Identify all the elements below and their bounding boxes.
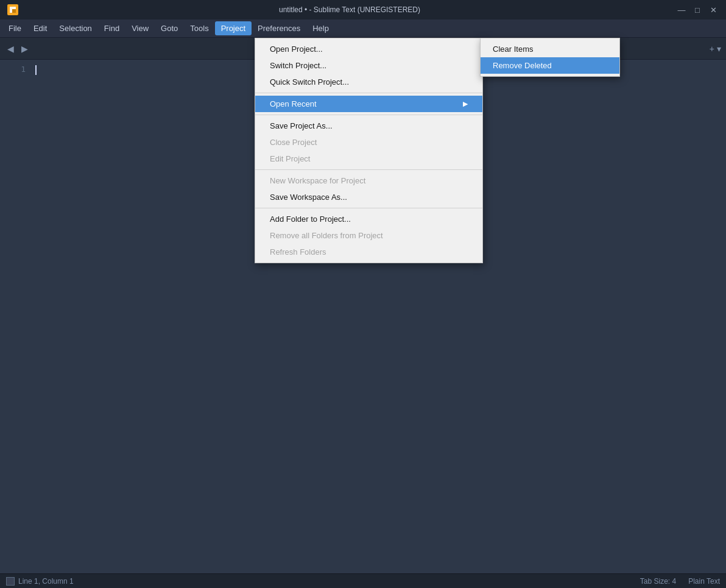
menu-goto[interactable]: Goto [155,21,184,35]
submenu-arrow-icon: ▶ [463,100,468,108]
status-bar-right: Tab Size: 4 Plain Text [640,577,720,586]
menu-add-folder[interactable]: Add Folder to Project... [255,211,482,227]
title-bar-controls: — □ ✕ [676,4,719,15]
tab-nav-left[interactable]: ◀ [5,43,16,55]
menu-tools[interactable]: Tools [184,21,214,35]
menu-save-workspace[interactable]: Save Workspace As... [255,189,482,205]
submenu-clear-items[interactable]: Clear Items [481,41,619,57]
minimize-button[interactable]: — [676,4,687,15]
menu-view[interactable]: View [125,21,155,35]
menu-open-project[interactable]: Open Project... [255,41,482,57]
status-indicator [6,577,15,586]
status-tab-size[interactable]: Tab Size: 4 [640,577,676,586]
app-logo [7,4,18,15]
line-number-1: 1 [0,65,26,74]
menu-find[interactable]: Find [98,21,125,35]
menu-new-workspace: New Workspace for Project [255,172,482,189]
menu-save-project-as[interactable]: Save Project As... [255,118,482,134]
separator-2 [255,115,482,115]
title-bar-title: untitled • - Sublime Text (UNREGISTERED) [23,5,676,14]
tab-chevron-icon[interactable]: ▾ [717,44,721,54]
status-bar: Line 1, Column 1 Tab Size: 4 Plain Text [0,573,726,588]
maximize-button[interactable]: □ [692,4,703,15]
add-tab-button[interactable]: + [710,44,714,54]
menu-file[interactable]: File [2,21,27,35]
project-menu: Open Project... Switch Project... Quick … [255,38,483,263]
menu-project[interactable]: Project [215,21,252,35]
separator-3 [255,169,482,170]
menu-selection[interactable]: Selection [53,21,97,35]
menu-close-project: Close Project [255,134,482,151]
close-button[interactable]: ✕ [708,4,719,15]
open-recent-submenu: Clear Items Remove Deleted [480,38,620,77]
menu-switch-project[interactable]: Switch Project... [255,57,482,74]
menu-preferences[interactable]: Preferences [252,21,306,35]
text-cursor [35,65,37,75]
submenu-remove-deleted[interactable]: Remove Deleted [481,57,619,74]
menu-quick-switch[interactable]: Quick Switch Project... [255,74,482,90]
menu-edit[interactable]: Edit [27,21,53,35]
separator-1 [255,93,482,93]
separator-4 [255,208,482,208]
title-bar: untitled • - Sublime Text (UNREGISTERED)… [0,0,726,19]
menu-refresh-folders: Refresh Folders [255,244,482,260]
menu-help[interactable]: Help [306,21,335,35]
status-position: Line 1, Column 1 [18,577,74,586]
tab-bar-right: + ▾ [710,44,721,54]
status-syntax[interactable]: Plain Text [688,577,720,586]
menu-remove-folders: Remove all Folders from Project [255,227,482,244]
tab-nav-right[interactable]: ▶ [19,43,30,55]
menu-bar: File Edit Selection Find View Goto Tools… [0,19,726,38]
menu-edit-project: Edit Project [255,151,482,167]
menu-open-recent[interactable]: Open Recent ▶ [255,96,482,112]
line-numbers: 1 [0,60,30,573]
